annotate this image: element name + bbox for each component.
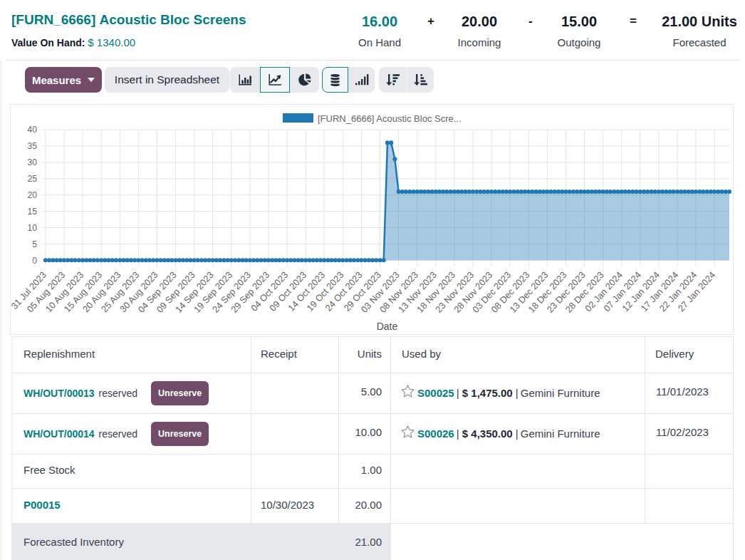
svg-text:10: 10 <box>28 223 38 233</box>
svg-text:15: 15 <box>28 207 38 217</box>
svg-text:35: 35 <box>28 141 38 151</box>
svg-text:20: 20 <box>28 190 38 200</box>
svg-text:30: 30 <box>28 157 38 167</box>
svg-text:[FURN_6666] Acoustic Bloc Scre: [FURN_6666] Acoustic Bloc Scre... <box>318 113 462 124</box>
svg-text:0: 0 <box>32 256 37 266</box>
svg-text:25: 25 <box>28 174 38 184</box>
svg-text:40: 40 <box>28 125 38 135</box>
svg-text:5: 5 <box>32 239 37 249</box>
svg-text:Date: Date <box>377 321 398 332</box>
